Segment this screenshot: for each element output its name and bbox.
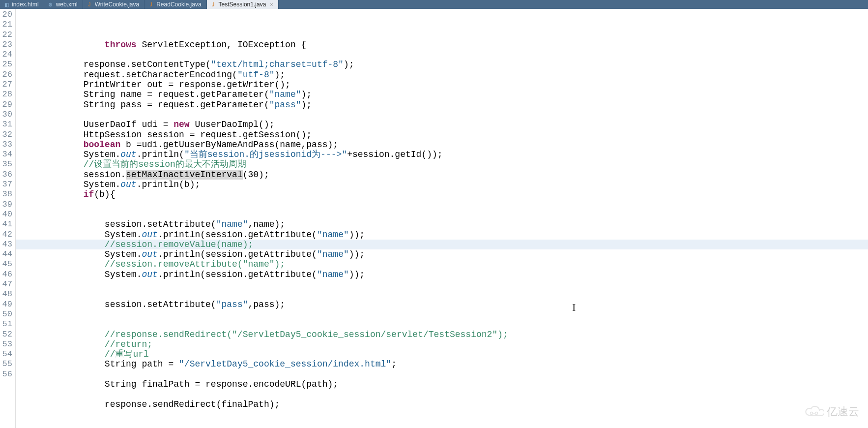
code-line[interactable] bbox=[16, 289, 868, 299]
code-line[interactable]: String path = "/ServletDay5_cookie_sessi… bbox=[16, 359, 868, 369]
code-line[interactable]: boolean b =udi.getUuserByNameAndPass(nam… bbox=[16, 140, 868, 150]
line-number: 27 bbox=[0, 80, 12, 90]
code-line[interactable]: HttpSession session = request.getSession… bbox=[16, 130, 868, 140]
code-line[interactable]: String pass = request.getParameter("pass… bbox=[16, 100, 868, 110]
tab-label: WriteCookie.java bbox=[95, 1, 139, 8]
code-line[interactable]: String finalPath = response.encodeURL(pa… bbox=[16, 379, 868, 389]
line-number: 25 bbox=[0, 60, 12, 69]
code-line[interactable]: if(b){ bbox=[16, 189, 868, 199]
line-number: 23 bbox=[0, 40, 12, 50]
code-line[interactable] bbox=[16, 210, 868, 219]
code-line[interactable]: response.setContentType("text/html;chars… bbox=[16, 60, 868, 69]
tab-label: ReadCookie.java bbox=[156, 1, 201, 8]
code-line[interactable]: //重写url bbox=[16, 349, 868, 359]
code-line[interactable] bbox=[16, 110, 868, 120]
code-line[interactable]: //session.removeAttribute("name"); bbox=[16, 259, 868, 269]
watermark-text: 亿速云 bbox=[827, 404, 859, 419]
watermark-logo: 亿速云 bbox=[804, 404, 859, 419]
line-number: 28 bbox=[0, 90, 12, 99]
token-str: "name" bbox=[269, 90, 301, 99]
line-number: 38 bbox=[0, 189, 12, 199]
tab-web-xml[interactable]: ⚙web.xml bbox=[44, 0, 83, 9]
code-line[interactable]: request.setCharacterEncoding("utf-8"); bbox=[16, 70, 868, 80]
token-hlbg: setMaxInactiveInterval bbox=[126, 170, 243, 180]
token-cmt: //session.removeValue(name); bbox=[105, 240, 253, 249]
token-field: out bbox=[142, 270, 157, 279]
code-line[interactable]: //response.sendRedirect("/ServletDay5_co… bbox=[16, 330, 868, 339]
code-line[interactable]: //session.removeValue(name); bbox=[16, 240, 868, 249]
line-number: 47 bbox=[0, 279, 12, 289]
token-field: out bbox=[142, 230, 157, 240]
line-number: 24 bbox=[0, 50, 12, 60]
line-number: 42 bbox=[0, 230, 12, 240]
xml-file-icon: ⚙ bbox=[47, 1, 54, 8]
code-line[interactable] bbox=[16, 369, 868, 379]
code-editor[interactable]: 2021222324252627282930313233343536373839… bbox=[0, 9, 868, 428]
tab-label: index.html bbox=[12, 1, 39, 8]
code-area[interactable]: throws ServletException, IOException { r… bbox=[16, 9, 868, 428]
tab-writecookie-java[interactable]: JWriteCookie.java bbox=[83, 0, 145, 9]
line-number: 40 bbox=[0, 210, 12, 219]
token-field: out bbox=[120, 150, 136, 159]
line-number: 49 bbox=[0, 300, 12, 309]
line-number-gutter: 2021222324252627282930313233343536373839… bbox=[0, 9, 16, 428]
line-number: 55 bbox=[0, 359, 12, 369]
tab-readcookie-java[interactable]: JReadCookie.java bbox=[145, 0, 206, 9]
token-cmt: //return; bbox=[105, 339, 152, 349]
code-line[interactable]: session.setAttribute("pass",pass); bbox=[16, 300, 868, 309]
tab-index-html[interactable]: ◧index.html bbox=[0, 0, 44, 9]
line-number: 52 bbox=[0, 330, 12, 339]
line-number: 51 bbox=[0, 319, 12, 329]
code-line[interactable] bbox=[16, 319, 868, 329]
token-cmt: //session.removeAttribute("name"); bbox=[105, 259, 285, 269]
token-cmt: //重写url bbox=[105, 349, 149, 359]
code-line[interactable] bbox=[16, 50, 868, 60]
line-number: 26 bbox=[0, 70, 12, 80]
code-line[interactable]: session.setAttribute("name",name); bbox=[16, 219, 868, 229]
token-str: "当前session.的jsessionid为--->" bbox=[184, 150, 347, 159]
token-str: "name" bbox=[216, 219, 248, 229]
svg-point-1 bbox=[815, 412, 818, 415]
line-number: 30 bbox=[0, 110, 12, 120]
line-number: 48 bbox=[0, 289, 12, 299]
editor-tabbar: ◧index.html⚙web.xmlJWriteCookie.javaJRea… bbox=[0, 0, 868, 9]
token-str: "/ServletDay5_cookie_session/index.html" bbox=[179, 359, 391, 369]
line-number: 53 bbox=[0, 339, 12, 349]
line-number: 33 bbox=[0, 140, 12, 150]
code-line[interactable]: throws ServletException, IOException { bbox=[16, 40, 868, 50]
html-file-icon: ◧ bbox=[3, 1, 10, 8]
code-line[interactable]: UuserDaoIf udi = new UuserDaoImpl(); bbox=[16, 120, 868, 129]
text-cursor-icon: I bbox=[572, 303, 576, 312]
token-str: "text/html;charset=utf-8" bbox=[211, 60, 344, 69]
tab-testsession1-java[interactable]: JTestSession1.java× bbox=[207, 0, 279, 9]
line-number: 56 bbox=[0, 369, 12, 379]
code-line[interactable]: //return; bbox=[16, 339, 868, 349]
code-line[interactable]: response.sendRedirect(finalPath); bbox=[16, 399, 868, 409]
code-line[interactable] bbox=[16, 200, 868, 210]
code-line[interactable]: //设置当前的session的最大不活动周期 bbox=[16, 159, 868, 169]
line-number: 46 bbox=[0, 270, 12, 279]
close-icon[interactable]: × bbox=[270, 1, 273, 7]
line-number: 36 bbox=[0, 170, 12, 180]
code-line[interactable]: PrintWriter out = response.getWriter(); bbox=[16, 80, 868, 90]
java-file-icon: J bbox=[147, 1, 154, 8]
line-number: 22 bbox=[0, 30, 12, 40]
token-str: "name" bbox=[317, 230, 349, 240]
line-number: 34 bbox=[0, 150, 12, 159]
code-line[interactable]: System.out.println("当前session.的jsessioni… bbox=[16, 150, 868, 159]
token-str: "utf-8" bbox=[237, 70, 275, 80]
code-line[interactable] bbox=[16, 389, 868, 399]
code-line[interactable]: System.out.println(session.getAttribute(… bbox=[16, 230, 868, 240]
code-line[interactable] bbox=[16, 279, 868, 289]
line-number: 31 bbox=[0, 120, 12, 129]
code-line[interactable]: System.out.println(session.getAttribute(… bbox=[16, 249, 868, 259]
code-line[interactable] bbox=[16, 309, 868, 319]
token-str: "pass" bbox=[269, 100, 301, 110]
code-line[interactable]: session.setMaxInactiveInterval(30); bbox=[16, 170, 868, 180]
code-line[interactable]: System.out.println(session.getAttribute(… bbox=[16, 270, 868, 279]
cloud-icon bbox=[804, 405, 824, 418]
code-line[interactable]: String name = request.getParameter("name… bbox=[16, 90, 868, 99]
line-number: 35 bbox=[0, 159, 12, 169]
code-line[interactable]: System.out.println(b); bbox=[16, 180, 868, 189]
token-kw: if bbox=[84, 189, 94, 199]
